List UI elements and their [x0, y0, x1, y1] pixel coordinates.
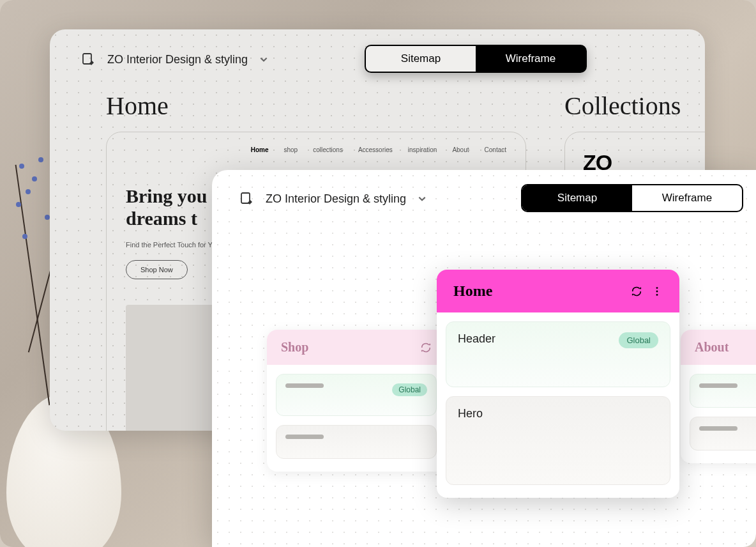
- page-title-collections: Collections: [564, 91, 681, 121]
- preview-nav: Home shop collections Accessories inspir…: [126, 146, 506, 153]
- card-header-about: About: [681, 330, 756, 365]
- section-block[interactable]: [690, 374, 756, 408]
- svg-point-2: [656, 287, 658, 289]
- project-name: ZO Interior Design & styling: [107, 53, 248, 66]
- card-title: About: [695, 340, 729, 355]
- section-block[interactable]: [690, 417, 756, 451]
- section-label: Hero: [458, 407, 483, 420]
- svg-point-4: [656, 293, 658, 295]
- skeleton-bar: [699, 426, 737, 431]
- skeleton-bar: [699, 383, 737, 388]
- tab-wireframe-front[interactable]: Wireframe: [632, 185, 742, 211]
- tab-wireframe[interactable]: Wireframe: [476, 46, 586, 72]
- shop-now-button[interactable]: Shop Now: [126, 260, 188, 279]
- section-label: Header: [458, 332, 495, 346]
- chevron-down-icon: [259, 55, 268, 64]
- svg-point-3: [656, 290, 658, 292]
- view-toggle-front: Sitemap Wireframe: [521, 184, 743, 212]
- svg-rect-1: [241, 193, 250, 203]
- sitemap-panel: ZO Interior Design & styling Sitemap Wir…: [212, 170, 756, 547]
- sitemap-card-about[interactable]: About: [681, 330, 756, 463]
- refresh-icon[interactable]: [631, 286, 642, 297]
- global-badge: Global: [619, 332, 658, 348]
- card-title: Home: [453, 282, 492, 300]
- global-badge: Global: [392, 383, 427, 396]
- tab-sitemap-front[interactable]: Sitemap: [522, 185, 632, 211]
- skeleton-bar: [285, 435, 324, 439]
- section-hero[interactable]: Hero: [446, 396, 670, 485]
- tab-sitemap[interactable]: Sitemap: [366, 46, 476, 72]
- svg-rect-0: [83, 54, 91, 64]
- refresh-icon[interactable]: [420, 342, 432, 353]
- document-icon: [239, 190, 254, 207]
- section-block[interactable]: [276, 425, 437, 459]
- section-block[interactable]: Global: [276, 374, 437, 416]
- sitemap-card-home[interactable]: Home Header Global Hero: [437, 270, 679, 498]
- page-title-home: Home: [106, 91, 169, 121]
- sitemap-card-shop[interactable]: Shop Global: [267, 330, 446, 472]
- section-header[interactable]: Header Global: [446, 321, 670, 387]
- view-toggle-back: Sitemap Wireframe: [365, 45, 587, 73]
- skeleton-bar: [285, 383, 324, 388]
- document-icon: [80, 51, 96, 68]
- card-header-home: Home: [437, 270, 679, 312]
- chevron-down-icon: [418, 194, 427, 203]
- project-selector-front[interactable]: ZO Interior Design & styling: [239, 190, 427, 207]
- more-icon[interactable]: [651, 286, 663, 297]
- project-selector[interactable]: ZO Interior Design & styling: [80, 51, 268, 68]
- card-header-shop: Shop: [267, 330, 446, 365]
- project-name-front: ZO Interior Design & styling: [266, 192, 406, 206]
- card-title: Shop: [281, 340, 308, 355]
